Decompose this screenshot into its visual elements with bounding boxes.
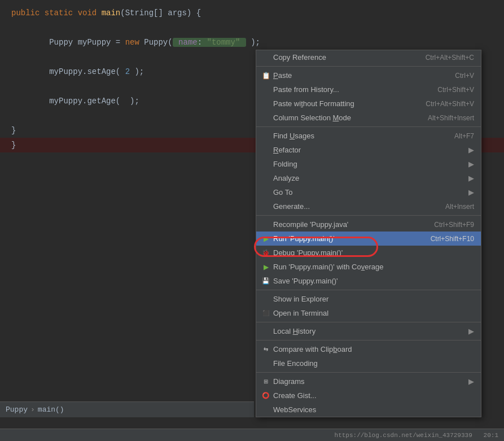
menu-item-local-history[interactable]: Local History ▶: [256, 324, 481, 338]
paste-icon: 📋: [261, 71, 271, 81]
menu-item-create-gist[interactable]: ⭕ Create Gist...: [256, 388, 481, 403]
menu-divider-5: [256, 322, 481, 322]
keyword-void: void: [78, 8, 102, 18]
breadcrumb-separator: ›: [30, 405, 35, 414]
run-icon: ▶: [261, 234, 271, 244]
menu-item-goto[interactable]: Go To ▶: [256, 185, 481, 199]
terminal-icon: ⬛: [261, 308, 271, 318]
method-name: main: [102, 8, 121, 18]
menu-item-run-coverage[interactable]: ▶ Run 'Puppy.main()' with Coverage: [256, 260, 481, 274]
menu-item-copy-reference[interactable]: Copy Reference Ctrl+Alt+Shift+C: [256, 50, 481, 64]
breadcrumb-class[interactable]: Puppy: [6, 405, 28, 414]
keyword-public: public: [11, 8, 45, 18]
menu-item-paste-no-format[interactable]: Paste without Formatting Ctrl+Alt+Shift+…: [256, 97, 481, 111]
keyword-new: new: [125, 38, 144, 47]
menu-item-open-terminal[interactable]: ⬛ Open in Terminal: [256, 306, 481, 320]
diagrams-icon: ⊞: [261, 377, 271, 387]
menu-item-refactor[interactable]: Refactor ▶: [256, 143, 481, 157]
menu-divider-7: [256, 372, 481, 373]
tooltip-bubble: name: "tommy": [173, 38, 246, 47]
status-bar: https://blog.csdn.net/weixin_43729339 20…: [0, 429, 504, 441]
menu-divider-6: [256, 340, 481, 340]
menu-item-show-explorer[interactable]: Show in Explorer: [256, 292, 481, 306]
menu-item-column-selection[interactable]: Column Selection Mode Alt+Shift+Insert: [256, 111, 481, 125]
menu-item-find-usages[interactable]: Find Usages Alt+F7: [256, 129, 481, 143]
gist-icon: ⭕: [261, 391, 271, 401]
menu-divider-3: [256, 215, 481, 216]
menu-divider-2: [256, 126, 481, 127]
keyword-static: static: [45, 8, 78, 18]
method-params: (String[] args) {: [120, 8, 201, 18]
menu-item-folding[interactable]: Folding ▶: [256, 157, 481, 171]
menu-item-webservices[interactable]: WebServices: [256, 403, 481, 417]
arrow-icon-goto: ▶: [468, 188, 474, 197]
compare-icon: ⇆: [261, 344, 271, 355]
status-url: https://blog.csdn.net/weixin_43729339 20…: [335, 432, 498, 439]
code-line-1: public static void main(String[] args) {: [0, 6, 504, 20]
menu-item-paste-history[interactable]: Paste from History... Ctrl+Shift+V: [256, 82, 481, 97]
menu-item-save[interactable]: 💾 Save 'Puppy.main()': [256, 274, 481, 288]
type-puppy: Puppy: [49, 38, 73, 47]
arrow-icon-history: ▶: [468, 327, 474, 335]
menu-item-compare-clipboard[interactable]: ⇆ Compare with Clipboard: [256, 342, 481, 356]
arrow-icon-diagrams: ▶: [468, 377, 474, 386]
context-menu: Copy Reference Ctrl+Alt+Shift+C 📋 Paste …: [256, 50, 481, 417]
menu-divider-1: [256, 66, 481, 67]
debug-icon: 🐞: [261, 248, 271, 258]
menu-item-recompile[interactable]: Recompile 'Puppy.java' Ctrl+Shift+F9: [256, 217, 481, 232]
menu-item-run[interactable]: ▶ Run 'Puppy.main()' Ctrl+Shift+F10: [256, 232, 481, 246]
menu-item-analyze[interactable]: Analyze ▶: [256, 171, 481, 185]
arrow-icon-analyze: ▶: [468, 174, 474, 182]
menu-divider-4: [256, 290, 481, 290]
arrow-icon-folding: ▶: [468, 160, 474, 168]
arrow-icon: ▶: [468, 146, 474, 154]
menu-item-debug[interactable]: 🐞 Debug 'Puppy.main()': [256, 246, 481, 260]
run-coverage-icon: ▶: [261, 262, 271, 272]
save-icon: 💾: [261, 276, 271, 286]
menu-item-generate[interactable]: Generate... Alt+Insert: [256, 199, 481, 213]
code-line-2: [0, 20, 504, 35]
code-line-3: Puppy myPuppy = new Puppy( name: "tommy"…: [0, 35, 504, 50]
menu-item-file-encoding[interactable]: File Encoding: [256, 356, 481, 370]
breadcrumb: Puppy › main(): [0, 401, 254, 417]
menu-item-paste[interactable]: 📋 Paste Ctrl+V: [256, 68, 481, 82]
menu-item-diagrams[interactable]: ⊞ Diagrams ▶: [256, 374, 481, 388]
breadcrumb-method[interactable]: main(): [38, 405, 64, 414]
